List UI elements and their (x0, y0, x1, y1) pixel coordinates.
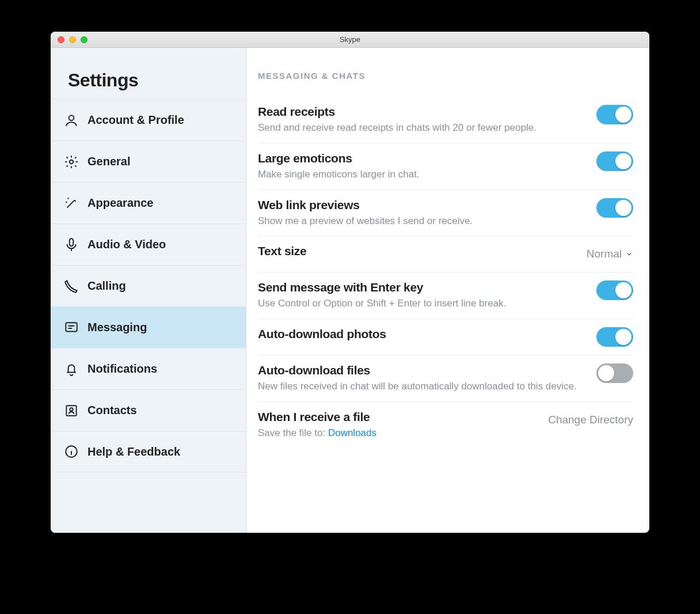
setting-desc: Show me a preview of websites I send or … (258, 214, 585, 228)
setting-web-link-previews: Web link previews Show me a preview of w… (258, 190, 633, 237)
setting-auto-files: Auto-download files New files received i… (258, 355, 633, 402)
chevron-down-icon (625, 250, 633, 258)
sidebar-item-contacts[interactable]: Contacts (51, 389, 246, 431)
setting-receive-file: When I receive a file Save the file to: … (258, 402, 633, 448)
setting-title: Large emoticons (258, 151, 585, 165)
setting-auto-photos: Auto-download photos (258, 319, 633, 355)
setting-title: Web link previews (258, 198, 585, 212)
setting-title: Auto-download photos (258, 327, 585, 341)
sidebar-item-notifications[interactable]: Notifications (51, 348, 246, 389)
sidebar-item-label: Account & Profile (88, 113, 184, 127)
sidebar-item-label: General (88, 155, 130, 168)
preferences-window: Skype Settings Account & Profile General (51, 32, 649, 533)
large-emoticons-toggle[interactable] (596, 151, 633, 171)
window-close-button[interactable] (58, 36, 64, 43)
svg-point-0 (69, 115, 74, 120)
downloads-link[interactable]: Downloads (328, 427, 376, 438)
sidebar-item-audio-video[interactable]: Audio & Video (51, 223, 246, 265)
sidebar-item-label: Messaging (88, 321, 147, 334)
dropdown-value-label: Normal (587, 248, 622, 260)
send-enter-toggle[interactable] (596, 281, 633, 300)
microphone-icon (63, 237, 79, 252)
setting-title: Auto-download files (258, 363, 585, 377)
setting-desc: Use Control or Option or Shift + Enter t… (258, 297, 585, 310)
change-directory-button[interactable]: Change Directory (548, 414, 633, 426)
sidebar-item-label: Calling (88, 279, 126, 293)
text-size-dropdown[interactable]: Normal (587, 248, 633, 260)
setting-title: Text size (258, 244, 575, 258)
sidebar-item-appearance[interactable]: Appearance (51, 182, 246, 223)
phone-icon (63, 279, 79, 294)
sidebar-item-label: Audio & Video (88, 238, 166, 251)
svg-rect-3 (66, 323, 77, 331)
auto-files-toggle[interactable] (596, 363, 633, 383)
sidebar-item-label: Help & Feedback (88, 445, 180, 458)
sidebar-item-label: Contacts (88, 404, 137, 417)
gear-icon (63, 154, 79, 169)
svg-rect-2 (70, 238, 74, 246)
window-zoom-button[interactable] (81, 36, 88, 43)
setting-read-receipts: Read receipts Send and receive read rece… (258, 97, 633, 143)
svg-point-1 (70, 160, 74, 164)
sidebar-heading: Settings (51, 70, 246, 99)
setting-desc: New files received in chat will be autom… (258, 380, 585, 393)
window-title: Skype (51, 35, 649, 44)
info-icon (63, 444, 79, 459)
setting-title: Read receipts (258, 105, 585, 119)
chat-icon (63, 320, 79, 335)
auto-photos-toggle[interactable] (596, 327, 633, 347)
svg-point-5 (70, 408, 73, 411)
setting-desc: Make single emoticons larger in chat. (258, 168, 585, 181)
sidebar: Settings Account & Profile General Appea… (51, 48, 246, 533)
titlebar: Skype (51, 32, 649, 48)
setting-desc: Send and receive read receipts in chats … (258, 121, 585, 135)
content-panel: MESSAGING & CHATS Read receipts Send and… (246, 48, 649, 533)
setting-desc: Save the file to: Downloads (258, 426, 537, 440)
setting-text-size: Text size Normal (258, 236, 633, 272)
setting-title: Send message with Enter key (258, 281, 585, 294)
sidebar-item-general[interactable]: General (51, 141, 246, 182)
contacts-icon (63, 403, 79, 418)
window-minimize-button[interactable] (69, 36, 76, 43)
sidebar-item-help-feedback[interactable]: Help & Feedback (51, 431, 246, 472)
setting-large-emoticons: Large emoticons Make single emoticons la… (258, 143, 633, 190)
setting-send-enter: Send message with Enter key Use Control … (258, 272, 633, 319)
save-to-prefix: Save the file to: (258, 427, 328, 438)
wand-icon (63, 196, 79, 211)
sidebar-item-label: Appearance (88, 196, 154, 210)
web-link-previews-toggle[interactable] (596, 198, 633, 218)
sidebar-item-label: Notifications (88, 362, 157, 376)
sidebar-item-calling[interactable]: Calling (51, 265, 246, 306)
sidebar-item-messaging[interactable]: Messaging (51, 306, 246, 348)
bell-icon (63, 362, 79, 377)
setting-title: When I receive a file (258, 410, 537, 424)
read-receipts-toggle[interactable] (596, 105, 633, 124)
person-icon (63, 113, 79, 128)
section-header: MESSAGING & CHATS (258, 71, 633, 81)
sidebar-item-account[interactable]: Account & Profile (51, 99, 246, 141)
